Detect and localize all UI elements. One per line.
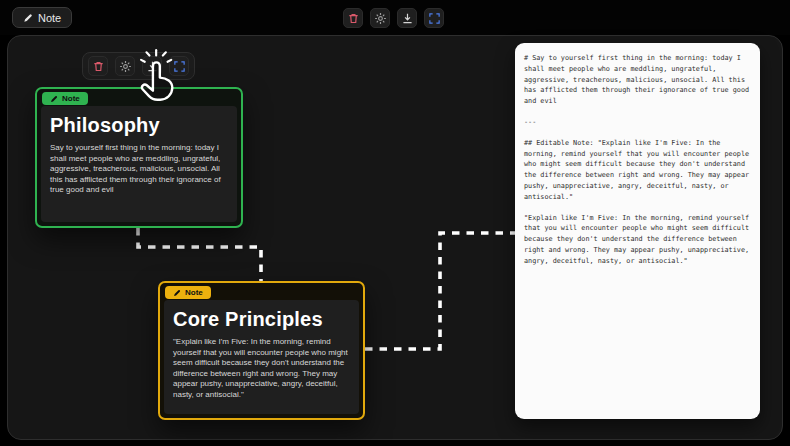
markdown-divider: --- [524, 117, 751, 128]
header-toolbar [343, 8, 444, 28]
trash-icon [92, 60, 105, 73]
gear-icon [119, 60, 132, 73]
note-badge: Note [165, 286, 211, 299]
canvas[interactable]: Note Philosophy Say to yourself first th… [7, 35, 783, 440]
note-button[interactable]: Note [12, 7, 72, 28]
note-badge-label: Note [185, 288, 203, 297]
markdown-paragraph: "Explain like I'm Five: In the morning, … [524, 213, 751, 267]
expand-button[interactable] [169, 56, 189, 76]
download-button[interactable] [397, 8, 417, 28]
expand-icon [428, 12, 441, 25]
note-card-philosophy[interactable]: Note Philosophy Say to yourself first th… [35, 87, 243, 228]
download-button[interactable] [142, 56, 162, 76]
pencil-icon [173, 289, 181, 297]
note-content: Philosophy Say to yourself first thing i… [41, 106, 237, 222]
pencil-icon [23, 13, 33, 23]
settings-button[interactable] [115, 56, 135, 76]
note-body: Say to yourself first thing in the morni… [50, 143, 228, 196]
note-content: Core Principles "Explain like I'm Five: … [164, 300, 359, 414]
trash-icon [347, 12, 360, 25]
note-body: "Explain like I'm Five: In the morning, … [173, 337, 350, 400]
download-icon [146, 60, 159, 73]
note-badge-label: Note [62, 94, 80, 103]
note-card-core-principles[interactable]: Note Core Principles "Explain like I'm F… [158, 281, 365, 420]
note-button-label: Note [38, 12, 61, 24]
expand-button[interactable] [424, 8, 444, 28]
gear-icon [374, 12, 387, 25]
markdown-panel[interactable]: # Say to yourself first thing in the mor… [515, 43, 760, 419]
expand-icon [173, 60, 186, 73]
markdown-paragraph: # Say to yourself first thing in the mor… [524, 53, 751, 107]
note-title: Philosophy [50, 114, 228, 137]
markdown-paragraph: ## Editable Note: "Explain like I'm Five… [524, 138, 751, 203]
pencil-icon [50, 95, 58, 103]
download-icon [401, 12, 414, 25]
note-badge: Note [42, 92, 88, 105]
note-title: Core Principles [173, 308, 350, 331]
delete-button[interactable] [88, 56, 108, 76]
floating-toolbar [82, 52, 195, 80]
settings-button[interactable] [370, 8, 390, 28]
delete-button[interactable] [343, 8, 363, 28]
header-bar: Note [0, 0, 790, 35]
